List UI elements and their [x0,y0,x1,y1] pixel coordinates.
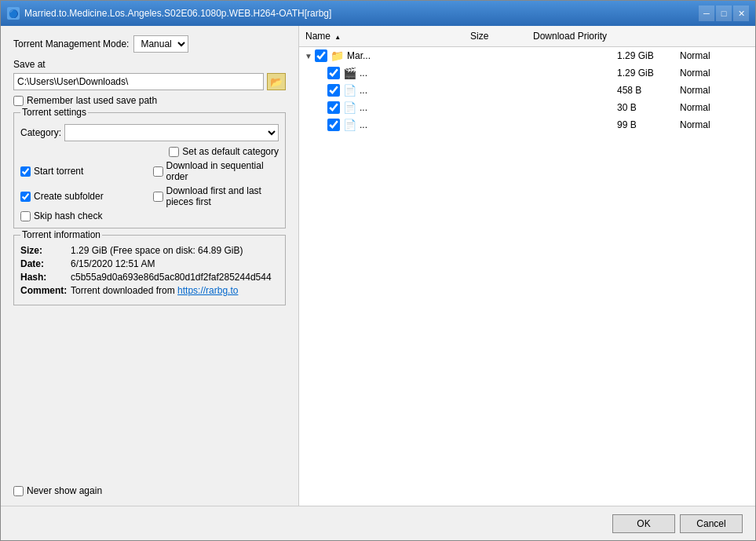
file-tree-header: Name ▲ Size Download Priority [299,26,755,47]
file-size: 30 B [611,102,674,113]
set-default-checkbox[interactable] [169,147,179,157]
management-mode-dropdown[interactable]: Manual [133,35,188,53]
start-torrent-row: Start torrent [20,160,147,182]
torrent-settings-group: Torrent settings Category: Set as defaul… [13,112,286,228]
dialog-content: Torrent Management Mode: Manual Save at … [1,26,755,506]
date-key: Date: [20,258,68,269]
col-name-header[interactable]: Name ▲ [299,29,464,43]
tree-row[interactable]: 📄 ... 30 B Normal [299,99,755,116]
set-default-row: Set as default category [20,146,279,157]
never-show-label: Never show again [27,485,102,496]
maximize-button[interactable]: □ [716,5,732,21]
file-checkbox[interactable] [327,119,340,131]
col-size-header[interactable]: Size [464,29,527,43]
create-subfolder-label: Create subfolder [34,191,104,202]
col-priority-header[interactable]: Download Priority [527,29,755,43]
category-field-row: Category: [20,124,279,141]
save-path-input[interactable] [13,73,264,90]
left-panel: Torrent Management Mode: Manual Save at … [1,26,299,506]
first-last-row: Download first and last pieces first [153,185,279,207]
file-size: 458 B [611,85,674,96]
size-row: Size: 1.29 GiB (Free space on disk: 64.8… [20,245,279,256]
info-rows: Size: 1.29 GiB (Free space on disk: 64.8… [20,245,279,296]
never-show-row: Never show again [13,485,286,496]
folder-size: 1.29 GiB [611,50,674,61]
text-file-icon: 📄 [343,101,356,114]
skip-hash-checkbox[interactable] [20,211,31,221]
file-name: ... [360,85,611,96]
file-name: ... [360,102,611,113]
start-torrent-checkbox[interactable] [20,166,31,177]
file-checkbox[interactable] [327,84,340,97]
torrent-settings-title: Torrent settings [20,107,88,118]
skip-hash-label: Skip hash check [34,210,102,221]
text-file-icon: 📄 [343,119,356,131]
start-torrent-label: Start torrent [34,166,83,177]
date-val: 6/15/2020 12:51 AM [71,258,155,269]
save-at-label: Save at [13,59,46,70]
file-checkbox[interactable] [327,101,340,114]
folder-icon: 📁 [331,49,344,62]
tree-row[interactable]: 📄 ... 458 B Normal [299,82,755,99]
options-grid: Start torrent Download in sequential ord… [20,160,279,221]
file-priority: Normal [674,85,752,96]
sequential-row: Download in sequential order [153,160,279,182]
tree-row[interactable]: ▼ 📁 Mar... 1.29 GiB Normal [299,47,755,64]
info-section-title: Torrent information [20,229,102,240]
size-val: 1.29 GiB (Free space on disk: 64.89 GiB) [71,245,243,256]
comment-key: Comment: [20,285,68,296]
window-title: Married.to.Medicine.Los.Angeles.S02E06.1… [24,8,699,19]
tree-row[interactable]: 🎬 ... 1.29 GiB Normal [299,64,755,82]
category-label: Category: [20,127,61,138]
set-default-label: Set as default category [182,146,279,157]
file-checkbox[interactable] [327,67,340,79]
first-last-label: Download first and last pieces first [166,185,279,207]
file-name: ... [360,119,611,130]
management-mode-row: Torrent Management Mode: Manual [13,35,286,53]
file-priority: Normal [674,102,752,113]
video-file-icon: 🎬 [343,67,356,79]
folder-checkbox[interactable] [315,49,327,62]
hash-row: Hash: c5b55a9d0a693e86d5ac80d1df2faf2852… [20,272,279,283]
ok-button[interactable]: OK [612,514,675,533]
right-panel: Name ▲ Size Download Priority ▼ 📁 Mar... [299,26,755,506]
text-file-icon: 📄 [343,84,356,97]
file-priority: Normal [674,68,752,79]
dialog-window: 🔵 Married.to.Medicine.Los.Angeles.S02E06… [0,0,756,541]
sequential-checkbox[interactable] [153,166,163,177]
never-show-checkbox[interactable] [13,486,24,496]
folder-priority: Normal [674,50,752,61]
date-row: Date: 6/15/2020 12:51 AM [20,258,279,269]
sequential-label: Download in sequential order [166,160,279,182]
skip-hash-row: Skip hash check [20,210,147,221]
hash-val: c5b55a9d0a693e86d5ac80d1df2faf285244d544 [71,272,272,283]
file-priority: Normal [674,119,752,130]
comment-row: Comment: Torrent downloaded from https:/… [20,285,279,296]
file-size: 99 B [611,119,674,130]
expand-icon: ▼ [302,52,315,60]
remember-save-row: Remember last used save path [13,95,286,106]
app-icon: 🔵 [7,7,20,20]
create-subfolder-checkbox[interactable] [20,192,31,202]
minimize-button[interactable]: ─ [699,5,714,21]
file-name: ... [360,68,611,79]
remember-checkbox[interactable] [13,96,24,106]
category-row: Category: Set as default category [20,124,279,157]
comment-link[interactable]: https://rarbg.to [177,285,238,296]
cancel-button[interactable]: Cancel [680,514,743,533]
first-last-checkbox[interactable] [153,192,163,202]
tree-row[interactable]: 📄 ... 99 B Normal [299,116,755,133]
window-controls: ─ □ ✕ [699,5,749,21]
save-at-row: 📂 [13,73,286,90]
save-at-section: Save at 📂 Remember last used save path [13,59,286,106]
comment-prefix: Torrent downloaded from [71,285,177,296]
bottom-bar: OK Cancel [1,506,755,540]
category-dropdown[interactable] [64,124,279,141]
file-tree: ▼ 📁 Mar... 1.29 GiB Normal 🎬 ... 1.29 Gi… [299,47,755,506]
comment-val: Torrent downloaded from https://rarbg.to [71,285,238,296]
size-key: Size: [20,245,68,256]
close-button[interactable]: ✕ [733,5,749,21]
management-mode-label: Torrent Management Mode: [13,38,129,49]
browse-folder-button[interactable]: 📂 [267,73,286,90]
title-bar: 🔵 Married.to.Medicine.Los.Angeles.S02E06… [1,1,755,26]
